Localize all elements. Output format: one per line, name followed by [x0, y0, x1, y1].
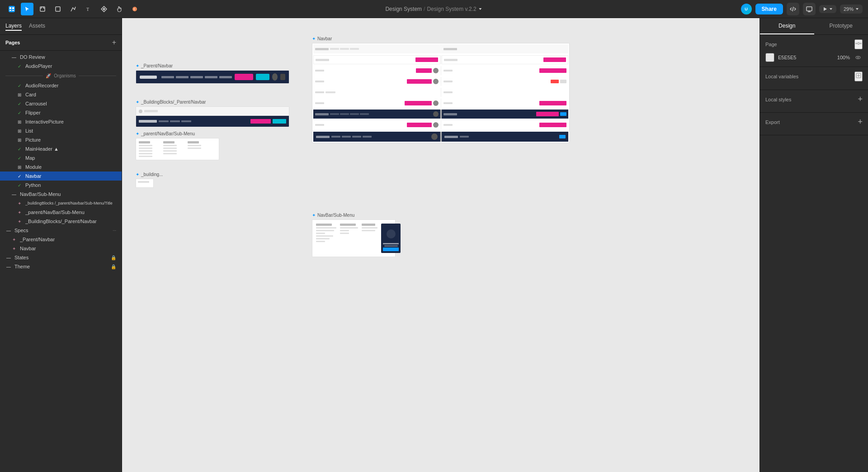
move-tool-button[interactable] [21, 3, 33, 15]
local-variables-settings-button[interactable] [854, 72, 863, 81]
layer-item-building-title[interactable]: ✦ _buildingBlocks /_parent/Navbar/Sub-Me… [0, 199, 122, 208]
layer-item-interactive-picture[interactable]: ⊞ InteractivePicture [0, 117, 122, 126]
svg-rect-2 [12, 7, 14, 9]
pen-tool-button[interactable] [67, 3, 80, 15]
add-page-button[interactable]: + [112, 38, 116, 47]
hand-tool-button[interactable] [113, 3, 126, 15]
present-button[interactable] [803, 3, 816, 15]
layer-item-module[interactable]: ⊞ Module [0, 162, 122, 172]
frame-building-blocks-navbar[interactable]: ✦ _BuildingBlocks/_Parent/Navbar [136, 100, 289, 127]
layer-item-theme[interactable]: — Theme 🔒 [0, 262, 122, 271]
svg-rect-10 [56, 7, 60, 11]
share-button[interactable]: Share [755, 4, 783, 14]
frame-navbar-sub-menu-big[interactable]: ✦ NavBar/Sub-Menu [312, 213, 396, 257]
canvas[interactable]: ✦ _Parent/Navbar [122, 18, 760, 472]
layer-label: Module [25, 164, 116, 170]
lock-icon: 🔒 [111, 255, 116, 260]
frame-navbar-big[interactable]: ✦ Navbar [312, 36, 574, 143]
layer-item-building-parent-navbar[interactable]: ✦ _BuildingBlocks/_Parent/Navbar [0, 217, 122, 226]
tab-assets[interactable]: Assets [29, 22, 45, 31]
topbar: T ! Design System / [0, 0, 868, 18]
code-view-button[interactable] [787, 3, 799, 15]
frame-tool-button[interactable] [36, 3, 49, 15]
layer-item-navbar[interactable]: ✓ Navbar [0, 172, 122, 181]
layer-item-audio-player[interactable]: ✓ AudioPlayer [0, 62, 122, 71]
page-color-swatch[interactable] [765, 53, 774, 62]
shape-tool-button[interactable] [52, 3, 64, 15]
layer-item-card[interactable]: ⊞ Card [0, 90, 122, 99]
toolbar-tools: T ! [5, 3, 141, 15]
layer-item-map[interactable]: ✓ Map [0, 153, 122, 162]
local-variables-title: Local variables [765, 72, 863, 81]
check-green-icon: ✓ [16, 110, 23, 116]
zoom-control[interactable]: 29% [840, 5, 863, 14]
layer-item-carrousel[interactable]: ✓ Carrousel [0, 99, 122, 108]
svg-point-21 [858, 57, 859, 58]
tab-prototype[interactable]: Prototype [814, 18, 868, 34]
layer-item-navbar-sub-menu[interactable]: — NavBar/Sub-Menu [0, 190, 122, 199]
page-opacity: 100% [837, 55, 850, 60]
text-tool-button[interactable]: T [82, 3, 95, 15]
canvas-inner: ✦ _Parent/Navbar [131, 27, 674, 434]
frame-label-big-navbar: ✦ Navbar [312, 36, 574, 41]
page-visibility-button[interactable] [854, 53, 863, 62]
dash-icon: — [5, 263, 12, 270]
add-export-button[interactable]: + [858, 117, 863, 127]
frame-parent-navbar-small[interactable]: ✦ _Parent/Navbar [136, 63, 289, 84]
add-local-style-button[interactable]: + [858, 95, 863, 104]
layer-item-parent-navbar-specs[interactable]: ✦ _Parent/Navbar [0, 235, 122, 244]
section-label: Organisms [54, 73, 75, 78]
tab-layers[interactable]: Layers [5, 22, 22, 31]
check-green-icon: ✓ [16, 155, 23, 161]
layer-item-do-review[interactable]: — DO Review [0, 52, 122, 62]
layer-item-flipper[interactable]: ✓ Flipper [0, 108, 122, 117]
layer-item-parent-sub-menu[interactable]: ✦ _parent/NavBar/Sub-Menu [0, 208, 122, 217]
user-avatar[interactable]: U [741, 4, 752, 14]
page-section-title: Page [765, 39, 863, 49]
dash-icon: — [11, 191, 17, 197]
panel-tabs: Layers Assets [0, 18, 122, 35]
svg-rect-1 [9, 7, 11, 9]
tab-design[interactable]: Design [760, 18, 814, 34]
layer-item-picture[interactable]: ⊞ Picture [0, 135, 122, 144]
topbar-right: U Share 29% [741, 3, 863, 15]
menu-button[interactable] [5, 3, 18, 15]
layer-label: Specs [14, 228, 110, 233]
organisms-divider: 🚀 Organisms [0, 71, 122, 81]
layer-item-main-header[interactable]: ✓ MainHeader ▲ [0, 144, 122, 153]
component-tool-button[interactable] [98, 3, 110, 15]
svg-rect-4 [12, 10, 14, 11]
local-styles-section: Local styles + [760, 90, 868, 113]
dash-icon: — [11, 54, 17, 60]
layer-item-states[interactable]: — States 🔒 [0, 253, 122, 262]
layer-item-audio-recorder[interactable]: ✓ AudioRecorder [0, 81, 122, 90]
layer-label: _BuildingBlocks/_Parent/Navbar [25, 219, 116, 224]
play-button[interactable] [819, 5, 836, 13]
asterisk-icon: ✦ [11, 236, 17, 243]
layer-label: Flipper [25, 110, 116, 115]
layer-item-specs[interactable]: — Specs ··· [0, 226, 122, 235]
frame-label: ✦ _Parent/Navbar [136, 63, 289, 68]
page-settings-button[interactable] [854, 39, 863, 49]
layer-label: MainHeader ▲ [25, 146, 116, 152]
dash-icon: — [5, 254, 12, 261]
layer-label: Navbar [20, 246, 116, 251]
layer-label: AudioRecorder [25, 83, 116, 88]
export-section: Export + [760, 113, 868, 135]
asterisk-icon: ✦ [16, 209, 23, 215]
layer-label: Theme [14, 264, 108, 269]
frame-label-sub-menu: ✦ NavBar/Sub-Menu [312, 213, 396, 218]
layer-item-navbar-page[interactable]: ✦ Navbar [0, 244, 122, 253]
frame-label: ✦ _parent/NavBar/Sub-Menu [136, 131, 219, 136]
navbar-states-preview [312, 43, 570, 143]
layer-item-python[interactable]: ✓ Python [0, 181, 122, 190]
lock-icon: 🔒 [111, 264, 116, 269]
layer-label: _buildingBlocks /_parent/Navbar/Sub-Menu… [25, 201, 116, 205]
layer-label: Picture [25, 137, 116, 143]
svg-rect-5 [40, 7, 45, 11]
layer-item-list[interactable]: ⊞ List [0, 126, 122, 135]
layer-label: AudioPlayer [25, 63, 116, 69]
frame-parent-navbar-sub-menu[interactable]: ✦ _parent/NavBar/Sub-Menu [136, 131, 219, 160]
frame-building-dots[interactable]: ✦ _building... [136, 172, 163, 188]
comment-tool-button[interactable]: ! [128, 3, 141, 15]
